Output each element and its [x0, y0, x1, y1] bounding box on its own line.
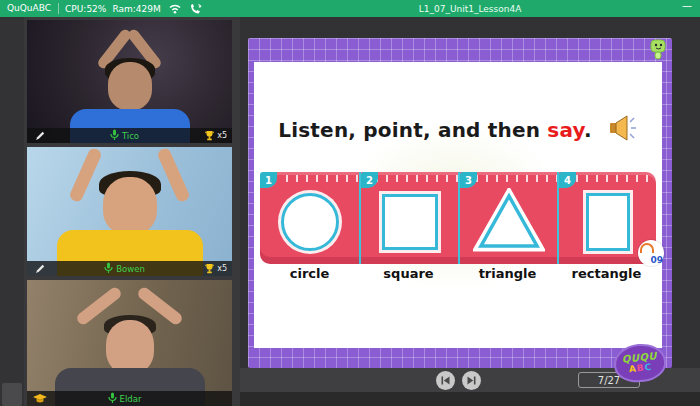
cell-number-badge: 4	[559, 172, 576, 188]
phone-call-icon[interactable]	[189, 3, 203, 15]
video-tile-teacher[interactable]: Eldar	[27, 280, 232, 406]
annotate-pencil-icon[interactable]	[27, 131, 53, 141]
audio-track-number: 09	[650, 255, 663, 265]
logo-text-abc: ABC	[628, 362, 652, 374]
mic-icon[interactable]	[108, 392, 117, 406]
trophy-icon	[204, 263, 215, 274]
video-tile-student-2[interactable]: Bowen x5	[27, 147, 232, 276]
shape-labels: circle square triangle rectangle	[260, 266, 656, 288]
slide-instruction: Listen, point, and then say.	[278, 118, 591, 142]
cell-number-badge: 1	[260, 172, 277, 188]
shape-cell-square: 2	[359, 172, 458, 264]
teacher-video	[27, 280, 232, 406]
courseware-area: Listen, point, and then say. 1 2	[240, 17, 700, 406]
square-shape	[382, 194, 438, 250]
top-status-bar: QuQuABC CPU:52% Ram:429M L1_07_Unit1_Les…	[0, 0, 700, 17]
cell-number-badge: 3	[460, 172, 477, 188]
video-namebar: Eldar	[27, 391, 232, 406]
mascot-icon	[646, 38, 670, 62]
circle-shape	[281, 193, 339, 251]
app-name: QuQuABC	[0, 3, 59, 14]
app-window: QuQuABC CPU:52% Ram:429M L1_07_Unit1_Les…	[0, 0, 700, 406]
student-name: Tico	[122, 131, 139, 141]
figure-head	[108, 62, 152, 110]
next-slide-button[interactable]	[462, 371, 481, 390]
trophy-icon	[204, 130, 215, 141]
ram-usage: Ram:429M	[112, 4, 160, 14]
shape-cell-triangle: 3	[458, 172, 557, 264]
triangle-shape	[473, 188, 545, 256]
trophy-counter[interactable]: x5	[196, 263, 232, 274]
trophy-counter[interactable]: x5	[196, 130, 232, 141]
shape-label: square	[359, 266, 458, 288]
sidebar-gutter	[0, 17, 24, 406]
cpu-usage: CPU:52%	[65, 4, 106, 14]
teacher-cap-icon	[27, 394, 53, 404]
teacher-name: Eldar	[120, 394, 142, 404]
student-1-video	[27, 20, 232, 143]
video-namebar: Bowen x5	[27, 261, 232, 276]
figure-arm	[68, 147, 103, 203]
speaker-audio-icon[interactable]	[608, 114, 638, 146]
wifi-icon	[168, 3, 182, 14]
minimize-button[interactable]: —	[680, 0, 694, 11]
bottom-strip	[240, 392, 700, 406]
video-namebar: Tico x5	[27, 128, 232, 143]
audio-track-icon[interactable]: 09	[638, 240, 664, 266]
mic-icon[interactable]	[104, 262, 113, 276]
trophy-count: x5	[217, 264, 227, 273]
figure-head	[106, 320, 154, 374]
trophy-count: x5	[217, 131, 227, 140]
shape-label: rectangle	[557, 266, 656, 288]
shapes-card: 1 2 3 4	[260, 172, 656, 264]
highlight-word: say	[547, 118, 584, 142]
annotate-pencil-icon[interactable]	[27, 264, 53, 274]
headphone-arc	[640, 243, 654, 253]
student-name: Bowen	[116, 264, 145, 274]
slide-content: Listen, point, and then say. 1 2	[254, 62, 662, 348]
lesson-title: L1_07_Unit1_Lesson4A	[240, 4, 700, 14]
shape-label: triangle	[458, 266, 557, 288]
figure-head	[103, 177, 157, 235]
student-2-video	[27, 147, 232, 276]
previous-slide-button[interactable]	[436, 371, 455, 390]
figure-arm	[156, 147, 191, 203]
cell-number-badge: 2	[361, 172, 378, 188]
slide: Listen, point, and then say. 1 2	[248, 38, 672, 368]
scrollbar-thumb[interactable]	[2, 383, 22, 406]
video-tile-student-1[interactable]: Tico x5	[27, 20, 232, 143]
shape-label: circle	[260, 266, 359, 288]
video-sidebar: Tico x5	[0, 17, 240, 406]
mic-icon[interactable]	[110, 129, 119, 143]
shape-cell-circle: 1	[260, 172, 359, 264]
rectangle-shape	[586, 193, 630, 251]
